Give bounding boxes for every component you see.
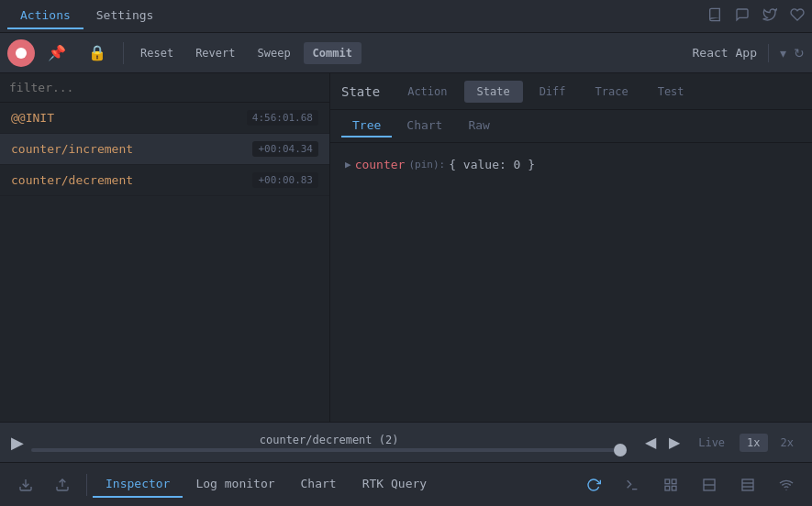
refresh-button[interactable]: ↻ xyxy=(794,46,805,60)
commit-button[interactable]: Commit xyxy=(304,42,362,64)
left-panel: @@INIT 4:56:01.68 counter/increment +00:… xyxy=(0,73,330,422)
download-icon-button[interactable] xyxy=(7,467,44,503)
tab-action[interactable]: Action xyxy=(395,81,460,103)
filter-input[interactable] xyxy=(9,81,320,94)
wifi-icon-button[interactable] xyxy=(768,467,805,503)
app-name: React App xyxy=(693,46,757,60)
state-title: State xyxy=(341,84,380,99)
chevron-down-button[interactable]: ▾ xyxy=(780,46,786,60)
play-button[interactable]: ▶ xyxy=(11,433,24,453)
live-button[interactable]: Live xyxy=(689,434,734,452)
bottom-tab-log-monitor[interactable]: Log monitor xyxy=(183,471,287,498)
toolbar-divider xyxy=(123,42,124,64)
speed-2x-button[interactable]: 2x xyxy=(773,434,801,452)
revert-button[interactable]: Revert xyxy=(186,42,244,64)
player-controls: ◀ ▶ Live 1x 2x xyxy=(641,430,801,455)
record-button[interactable] xyxy=(7,39,35,67)
prev-button[interactable]: ◀ xyxy=(641,430,660,455)
tree-meta: (pin): xyxy=(408,156,445,174)
sweep-button[interactable]: Sweep xyxy=(248,42,299,64)
tab-trace[interactable]: Trace xyxy=(583,81,641,103)
terminal-icon-button[interactable] xyxy=(614,467,651,503)
player-bar: ▶ counter/decrement (2) ◀ ▶ Live 1x 2x xyxy=(0,422,812,462)
tab-test[interactable]: Test xyxy=(645,81,697,103)
action-list: @@INIT 4:56:01.68 counter/increment +00:… xyxy=(0,103,329,422)
bottom-tab-chart[interactable]: Chart xyxy=(288,471,350,498)
right-panel: State Action State Diff Trace Test Tree … xyxy=(330,73,812,422)
action-time: 4:56:01.68 xyxy=(247,110,318,126)
tab-actions[interactable]: Actions xyxy=(7,3,83,29)
action-item-decrement[interactable]: counter/decrement +00:00.83 xyxy=(0,165,329,196)
action-name: counter/increment xyxy=(11,142,133,156)
state-content: ▶ counter (pin): { value: 0 } xyxy=(330,143,812,422)
tree-expand-icon[interactable]: ▶ xyxy=(345,156,351,174)
svg-rect-5 xyxy=(665,486,670,490)
tab-state[interactable]: State xyxy=(464,81,523,103)
progress-slider[interactable] xyxy=(31,448,627,452)
main-content: @@INIT 4:56:01.68 counter/increment +00:… xyxy=(0,73,812,422)
bottom-tab-inspector[interactable]: Inspector xyxy=(93,471,183,498)
book-icon[interactable] xyxy=(707,7,722,26)
action-name: counter/decrement xyxy=(11,173,133,187)
bottom-right-icons xyxy=(575,467,805,503)
action-time: +00:00.83 xyxy=(252,172,318,188)
grid2-icon-button[interactable] xyxy=(691,467,728,503)
tab-settings[interactable]: Settings xyxy=(83,3,167,29)
sync-icon-button[interactable] xyxy=(575,467,612,503)
sub-tabs: Tree Chart Raw xyxy=(330,110,812,143)
subtab-tree[interactable]: Tree xyxy=(341,115,392,138)
top-nav: Actions Settings xyxy=(0,0,812,33)
twitter-icon[interactable] xyxy=(762,7,777,26)
pin-button[interactable]: 📌 xyxy=(39,39,75,66)
action-name: @@INIT xyxy=(11,111,54,125)
next-button[interactable]: ▶ xyxy=(665,430,684,455)
subtab-chart[interactable]: Chart xyxy=(395,115,453,138)
right-header: State Action State Diff Trace Test xyxy=(330,73,812,110)
top-nav-icons xyxy=(707,7,805,26)
bottom-tab-rtk-query[interactable]: RTK Query xyxy=(350,471,439,498)
slider-area xyxy=(31,448,627,452)
upload-icon-button[interactable] xyxy=(44,467,81,503)
tab-diff[interactable]: Diff xyxy=(527,81,579,103)
svg-rect-6 xyxy=(672,486,676,490)
current-action-label: counter/decrement (2) xyxy=(31,434,627,446)
tree-row: ▶ counter (pin): { value: 0 } xyxy=(345,154,797,175)
divider xyxy=(768,44,769,62)
reset-button[interactable]: Reset xyxy=(131,42,183,64)
tree-key: counter xyxy=(355,154,406,175)
speed-1x-button[interactable]: 1x xyxy=(740,434,767,452)
heart-icon[interactable] xyxy=(790,7,805,26)
action-time: +00:04.34 xyxy=(252,141,318,157)
tree-value: { value: 0 } xyxy=(449,154,535,175)
action-item-init[interactable]: @@INIT 4:56:01.68 xyxy=(0,103,329,134)
slider-thumb[interactable] xyxy=(614,444,627,456)
action-item-increment[interactable]: counter/increment +00:04.34 xyxy=(0,134,329,165)
svg-rect-3 xyxy=(665,479,670,484)
filter-bar xyxy=(0,73,329,103)
toolbar: 📌 🔒 Reset Revert Sweep Commit React App … xyxy=(0,33,812,73)
bottom-divider xyxy=(86,474,87,496)
svg-rect-4 xyxy=(672,479,676,484)
svg-rect-11 xyxy=(742,479,753,490)
lock-button[interactable]: 🔒 xyxy=(79,39,116,66)
svg-point-12 xyxy=(785,489,786,490)
chat-icon[interactable] xyxy=(735,7,750,26)
record-dot xyxy=(16,48,27,59)
grid3-icon-button[interactable] xyxy=(729,467,766,503)
bottom-tabs-bar: Inspector Log monitor Chart RTK Query xyxy=(0,462,812,506)
grid1-icon-button[interactable] xyxy=(652,467,689,503)
app-name-area: React App ▾ ↻ xyxy=(693,44,805,62)
subtab-raw[interactable]: Raw xyxy=(457,115,500,138)
